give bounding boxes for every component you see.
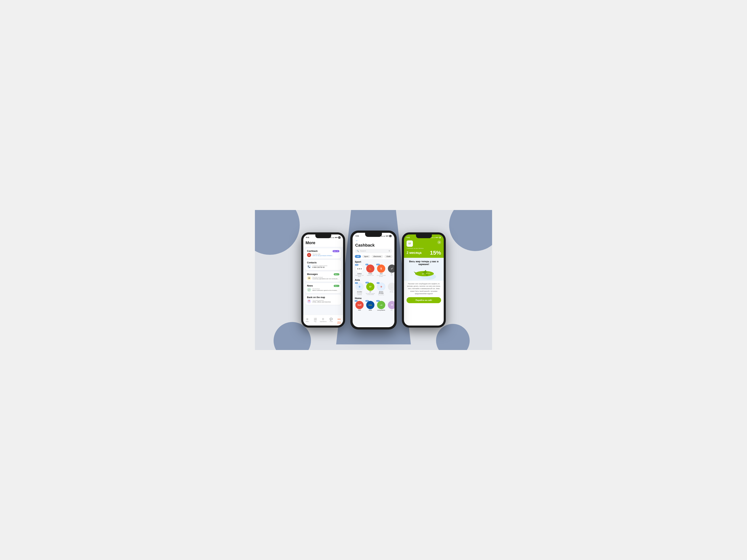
- phone1-header-area: More: [303, 239, 343, 247]
- aeroflot-logo-circle: ✈ 7%: [355, 283, 364, 291]
- svg-text:S7: S7: [422, 273, 424, 275]
- brand-s7[interactable]: S7 15% S7 The whole world is in your poc…: [366, 283, 375, 295]
- filter-all[interactable]: All: [355, 255, 361, 258]
- hoff-logo-circle: Hoff 4%: [355, 301, 364, 309]
- contacts-sub: Customer support service: [312, 265, 327, 266]
- s7-banner: Весь мир теперь у вас в кармане!: [404, 258, 444, 281]
- aeroflot-logo: ✈: [358, 285, 361, 289]
- nav-chat[interactable]: 💬 Chat: [327, 316, 335, 324]
- contacts-row: 📞 Customer support service 8 800 250 50 …: [307, 265, 339, 269]
- s7-close-button[interactable]: ✕: [437, 240, 441, 244]
- card-cashback-title: Cashback: [307, 250, 318, 252]
- card-cashback[interactable]: Cashback More 23 М The best offer 20% on…: [305, 248, 341, 259]
- chat-icon: 💬: [330, 318, 333, 321]
- messages-desc: Currency operations are not conducte...: [312, 278, 339, 279]
- nav-main-label: Main: [306, 321, 309, 322]
- nav-operations[interactable]: ☰ Operations: [319, 316, 327, 324]
- ikea-name: IKEA: [369, 310, 372, 311]
- nav-pay[interactable]: ⬜ Pay: [311, 316, 319, 324]
- adidas-logo: ▲▲▲: [357, 268, 362, 270]
- messages-sub: Recently received: [312, 277, 339, 278]
- bank-map-desc: ATMs, offices and branches: [312, 301, 331, 303]
- s7-logo: S7: [407, 240, 413, 247]
- brand-leroy[interactable]: L-M 12% Leroy-Merlin: [377, 301, 386, 311]
- home-section-title: Home: [355, 297, 392, 300]
- on-ev-name: On ev...: [390, 291, 394, 293]
- phone1-content: Cashback More 23 М The best offer 20% on…: [303, 247, 343, 322]
- s7-desc: The whole world is in your pocket: [366, 293, 375, 295]
- wifi-icon: WiFi: [335, 237, 338, 238]
- brand-british[interactable]: ✈ 5% British Airways Fly and buy: [377, 283, 386, 295]
- brand-adidas[interactable]: ▲▲▲ 10% Adidas All February and March: [355, 265, 364, 277]
- nav-ops-label: Operations: [320, 321, 327, 322]
- filter-tabs: All Sport Electronic Cloth: [353, 254, 394, 259]
- brand-slb[interactable]: 5 15% SLB For every second product: [377, 265, 386, 277]
- adidas-percent: 10%: [355, 264, 358, 266]
- nav-main[interactable]: ⊞ Main: [303, 316, 311, 324]
- brand-nike[interactable]: ✓ N... Inte...: [387, 265, 394, 277]
- puma-desc: February only: [367, 275, 374, 276]
- ops-icon: ☰: [322, 318, 324, 321]
- phone1-bottom-nav: ⊞ Main ⬜ Pay ☰ Operations 💬 Chat: [303, 315, 343, 325]
- cashback-row: М The best offer 20% on all purchases MV…: [307, 253, 339, 257]
- sport-brands: ▲▲▲ 10% Adidas All February and March 🐆 …: [355, 265, 392, 277]
- s7-logo-circle: S7 15%: [366, 283, 375, 291]
- pay-icon: ⬜: [314, 318, 317, 321]
- card-contacts[interactable]: Contacts 📞 Customer support service 8 80…: [305, 260, 341, 270]
- s7-cashback-amounts: 2 месяца 15%: [407, 249, 441, 256]
- card-news[interactable]: News New 1 📰 The freshest Bank customers…: [305, 283, 341, 293]
- nike-logo: ✓: [391, 267, 393, 270]
- phone3-notch: [416, 235, 432, 238]
- filter-sport[interactable]: Sport: [362, 255, 370, 258]
- contacts-title: Contacts: [307, 261, 339, 264]
- s7-name: S7: [369, 291, 371, 293]
- sport-section-title: Sport: [355, 260, 392, 263]
- more-title: More: [306, 239, 341, 247]
- bg-circle-topleft: [255, 210, 300, 255]
- phone-icon: 📞: [307, 265, 311, 269]
- phone1-screen: 9:41 ▲▲▲ WiFi ■ More Cashback: [303, 235, 343, 325]
- slb-desc: For every second product: [377, 275, 386, 277]
- slb-name: SLB: [380, 273, 383, 274]
- news-sub: The freshest: [312, 288, 338, 290]
- home-brands: Hoff 4% Hoff IKEA 15% IKEA: [355, 301, 392, 311]
- nav-active-indicator: [337, 323, 341, 323]
- home-partial-name: Ho...: [391, 310, 393, 311]
- back-button[interactable]: ←: [355, 239, 392, 243]
- svg-point-6: [429, 273, 430, 274]
- cashback-desc: 20% on all purchases MVideo...: [312, 255, 333, 257]
- nav-more[interactable]: ••• More: [335, 316, 343, 324]
- card-messages[interactable]: Messages New 3 ✉ Recently received Curre…: [305, 271, 341, 282]
- brand-puma[interactable]: 🐆 5% Puma February only: [366, 265, 375, 277]
- map-icon: 📍: [307, 299, 311, 303]
- on-ev-logo: …: [391, 286, 393, 288]
- phone2-time: 9:41: [356, 235, 359, 237]
- s7-goto-button[interactable]: Перейти на сайт: [407, 297, 441, 303]
- phone3-time: 9:41: [407, 237, 410, 238]
- brand-ikea[interactable]: IKEA 15% IKEA: [366, 301, 375, 311]
- aeroflot-percent: 7%: [355, 282, 358, 284]
- puma-logo: 🐆: [369, 267, 371, 270]
- adidas-logo-circle: ▲▲▲ 10%: [355, 265, 364, 273]
- hoff-name: Hoff: [358, 310, 361, 311]
- nav-more-label: More: [337, 321, 341, 323]
- s7-percent: 15%: [430, 249, 441, 256]
- mic-icon: 🎙: [388, 250, 390, 252]
- filter-electronic[interactable]: Electronic: [371, 255, 383, 258]
- card-bank-map[interactable]: Bank on the map 📍 The most important ATM…: [305, 295, 341, 305]
- nike-name: N...: [391, 273, 393, 274]
- brand-on-ev[interactable]: … On ev...: [387, 283, 394, 295]
- s7-cashback-label: Cashback на все билеты: [407, 247, 441, 249]
- leroy-percent: 12%: [376, 300, 380, 302]
- p2-wifi-icon: WiFi: [386, 235, 389, 237]
- avia-section-title: Avia: [355, 278, 392, 281]
- nike-logo-circle: ✓: [388, 265, 394, 273]
- slb-logo-circle: 5 15%: [377, 265, 385, 273]
- brand-hoff[interactable]: Hoff 4% Hoff: [355, 301, 364, 311]
- brand-home-partial[interactable]: H Ho...: [387, 301, 394, 311]
- brand-aeroflot[interactable]: ✈ 7% Aeroflot Absolutely amazing: [355, 283, 364, 295]
- filter-cloth[interactable]: Cloth: [384, 255, 392, 258]
- bank-map-row: 📍 The most important ATMs, offices and b…: [307, 299, 339, 303]
- british-desc: Fly and buy: [378, 294, 384, 295]
- search-bar[interactable]: 🔍 Search 🎙: [355, 249, 392, 253]
